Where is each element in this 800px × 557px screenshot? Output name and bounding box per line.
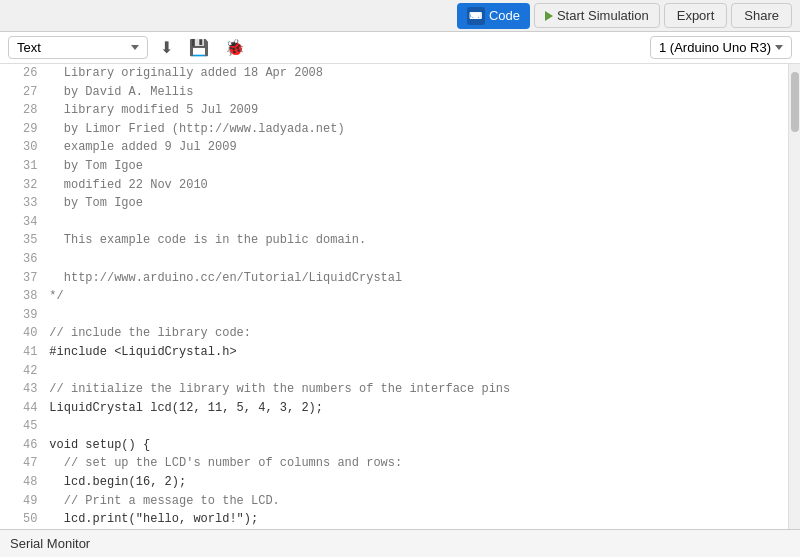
download-icon: ⬇ [160,38,173,57]
table-row: 41#include <LiquidCrystal.h> [0,343,788,362]
table-row: 44LiquidCrystal lcd(12, 11, 5, 4, 3, 2); [0,399,788,418]
line-number: 45 [0,417,45,436]
code-area[interactable]: 26 Library originally added 18 Apr 20082… [0,64,788,529]
table-row: 37 http://www.arduino.cc/en/Tutorial/Liq… [0,269,788,288]
line-code: lcd.print("hello, world!"); [45,510,788,529]
table-row: 28 library modified 5 Jul 2009 [0,101,788,120]
download-button[interactable]: ⬇ [156,36,177,59]
line-number: 27 [0,83,45,102]
line-number: 35 [0,231,45,250]
line-number: 46 [0,436,45,455]
line-code: modified 22 Nov 2010 [45,176,788,195]
line-number: 48 [0,473,45,492]
line-code [45,213,788,232]
line-code: library modified 5 Jul 2009 [45,101,788,120]
line-number: 37 [0,269,45,288]
line-code: */ [45,287,788,306]
table-row: 45 [0,417,788,436]
line-number: 39 [0,306,45,325]
text-selector-label: Text [17,40,41,55]
table-row: 49 // Print a message to the LCD. [0,492,788,511]
line-number: 34 [0,213,45,232]
table-row: 50 lcd.print("hello, world!"); [0,510,788,529]
board-selector[interactable]: 1 (Arduino Uno R3) [650,36,792,59]
table-row: 26 Library originally added 18 Apr 2008 [0,64,788,83]
line-number: 42 [0,362,45,381]
line-code [45,362,788,381]
start-simulation-button[interactable]: Start Simulation [534,3,660,28]
line-code: by Tom Igoe [45,194,788,213]
table-row: 30 example added 9 Jul 2009 [0,138,788,157]
export-label: Export [677,8,715,23]
line-code: // initialize the library with the numbe… [45,380,788,399]
table-row: 39 [0,306,788,325]
toolbar: ⌨ Code Start Simulation Export Share [0,0,800,32]
export-button[interactable]: Export [664,3,728,28]
line-number: 40 [0,324,45,343]
save-icon: 💾 [189,38,209,57]
code-button[interactable]: ⌨ Code [457,3,530,29]
left-controls: Text ⬇ 💾 🐞 [8,36,249,59]
share-button[interactable]: Share [731,3,792,28]
start-sim-label: Start Simulation [557,8,649,23]
table-row: 48 lcd.begin(16, 2); [0,473,788,492]
table-row: 46void setup() { [0,436,788,455]
line-code: // include the library code: [45,324,788,343]
table-row: 35 This example code is in the public do… [0,231,788,250]
line-code [45,306,788,325]
bug-icon: 🐞 [225,38,245,57]
table-row: 43// initialize the library with the num… [0,380,788,399]
bottom-bar: Serial Monitor [0,529,800,557]
table-row: 31 by Tom Igoe [0,157,788,176]
table-row: 33 by Tom Igoe [0,194,788,213]
play-icon [545,11,553,21]
line-number: 50 [0,510,45,529]
table-row: 47 // set up the LCD's number of columns… [0,454,788,473]
serial-monitor-label: Serial Monitor [10,536,90,551]
line-code [45,417,788,436]
table-row: 34 [0,213,788,232]
code-button-label: Code [489,8,520,23]
line-code: Library originally added 18 Apr 2008 [45,64,788,83]
line-number: 26 [0,64,45,83]
table-row: 40// include the library code: [0,324,788,343]
line-number: 43 [0,380,45,399]
line-number: 47 [0,454,45,473]
line-number: 33 [0,194,45,213]
chevron-down-icon [131,45,139,50]
editor-wrapper: 26 Library originally added 18 Apr 20082… [0,64,800,529]
table-row: 29 by Limor Fried (http://www.ladyada.ne… [0,120,788,139]
board-chevron-down-icon [775,45,783,50]
line-code: by Tom Igoe [45,157,788,176]
line-code [45,250,788,269]
line-code: // Print a message to the LCD. [45,492,788,511]
line-code: lcd.begin(16, 2); [45,473,788,492]
code-table: 26 Library originally added 18 Apr 20082… [0,64,788,529]
table-row: 36 [0,250,788,269]
line-code: LiquidCrystal lcd(12, 11, 5, 4, 3, 2); [45,399,788,418]
save-button[interactable]: 💾 [185,36,213,59]
line-number: 28 [0,101,45,120]
line-code: by Limor Fried (http://www.ladyada.net) [45,120,788,139]
line-code: by David A. Mellis [45,83,788,102]
board-selector-label: 1 (Arduino Uno R3) [659,40,771,55]
line-code: This example code is in the public domai… [45,231,788,250]
line-number: 32 [0,176,45,195]
line-code: void setup() { [45,436,788,455]
text-selector[interactable]: Text [8,36,148,59]
scrollbar-y[interactable] [788,64,800,529]
code-icon: ⌨ [467,7,485,25]
debug-button[interactable]: 🐞 [221,36,249,59]
line-number: 31 [0,157,45,176]
line-number: 36 [0,250,45,269]
line-number: 30 [0,138,45,157]
line-code: // set up the LCD's number of columns an… [45,454,788,473]
line-number: 49 [0,492,45,511]
second-bar: Text ⬇ 💾 🐞 1 (Arduino Uno R3) [0,32,800,64]
scrollbar-thumb[interactable] [791,72,799,132]
line-code: #include <LiquidCrystal.h> [45,343,788,362]
table-row: 42 [0,362,788,381]
line-number: 29 [0,120,45,139]
line-code: example added 9 Jul 2009 [45,138,788,157]
line-number: 44 [0,399,45,418]
